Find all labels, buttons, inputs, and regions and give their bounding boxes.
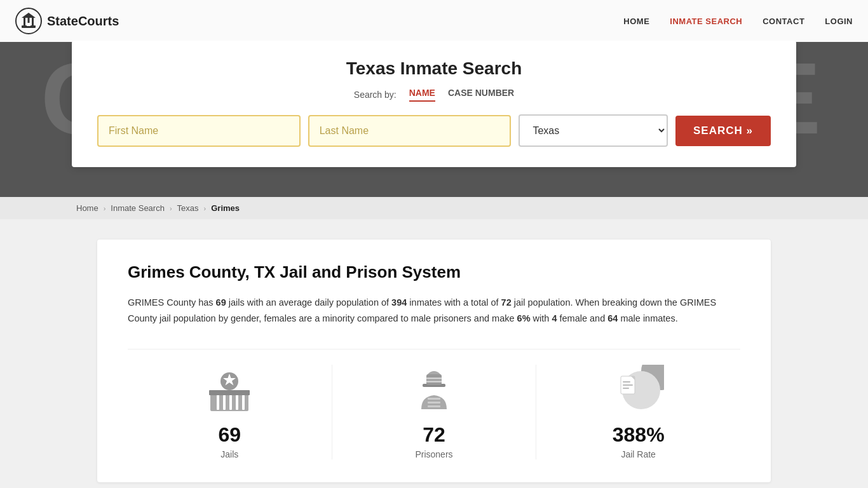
breadcrumb-grimes: Grimes bbox=[211, 203, 240, 213]
search-card: Texas Inmate Search Search by: NAME CASE… bbox=[72, 41, 796, 167]
svg-rect-10 bbox=[229, 395, 232, 410]
svg-rect-11 bbox=[236, 395, 238, 410]
nav-home[interactable]: HOME bbox=[623, 17, 649, 26]
stat-prisoners: 72 Prisoners bbox=[332, 365, 537, 459]
nav-links: HOME INMATE SEARCH CONTACT LOGIN bbox=[623, 17, 853, 26]
prisoners-label: Prisoners bbox=[415, 449, 452, 459]
svg-rect-23 bbox=[428, 405, 440, 407]
breadcrumb: Home › Inmate Search › Texas › Grimes bbox=[0, 197, 868, 219]
search-by-label: Search by: bbox=[354, 90, 397, 100]
svg-rect-27 bbox=[623, 381, 630, 383]
svg-rect-4 bbox=[32, 18, 34, 26]
tab-case-number[interactable]: CASE NUMBER bbox=[448, 88, 514, 102]
jails-number: 69 bbox=[219, 423, 241, 447]
svg-rect-13 bbox=[209, 390, 250, 395]
breadcrumb-home[interactable]: Home bbox=[76, 203, 98, 213]
nav-login[interactable]: LOGIN bbox=[825, 17, 853, 26]
content-card: Grimes County, TX Jail and Prison System… bbox=[97, 240, 771, 482]
svg-rect-12 bbox=[242, 395, 245, 410]
svg-rect-29 bbox=[623, 388, 629, 389]
jails-label: Jails bbox=[220, 449, 238, 459]
breadcrumb-inmate-search[interactable]: Inmate Search bbox=[111, 203, 165, 213]
site-name: StateCourts bbox=[47, 14, 119, 29]
logo-icon bbox=[15, 8, 42, 34]
nav-inmate-search[interactable]: INMATE SEARCH bbox=[670, 17, 742, 26]
first-name-input[interactable] bbox=[97, 115, 301, 147]
svg-rect-18 bbox=[426, 374, 442, 385]
svg-rect-21 bbox=[428, 398, 440, 400]
hero-section: COURTHOUSE StateCourts HOME INMATE SEARC… bbox=[0, 0, 868, 197]
stat-jails: 69 Jails bbox=[128, 365, 332, 459]
prisoner-icon bbox=[409, 365, 459, 416]
svg-rect-22 bbox=[428, 402, 440, 403]
content-title: Grimes County, TX Jail and Prison System bbox=[128, 262, 740, 282]
state-select[interactable]: AlabamaAlaskaArizonaArkansasCaliforniaCo… bbox=[519, 114, 668, 147]
chart-icon bbox=[613, 365, 664, 416]
top-nav: StateCourts HOME INMATE SEARCH CONTACT L… bbox=[0, 0, 868, 42]
content-description: GRIMES County has 69 jails with an avera… bbox=[128, 295, 740, 326]
search-by-row: Search by: NAME CASE NUMBER bbox=[97, 88, 771, 102]
prisoners-number: 72 bbox=[423, 423, 445, 447]
main-content: Grimes County, TX Jail and Prison System… bbox=[72, 219, 796, 488]
svg-marker-5 bbox=[22, 13, 36, 18]
svg-rect-9 bbox=[223, 395, 226, 410]
stats-row: 69 Jails bbox=[128, 349, 740, 459]
svg-rect-2 bbox=[24, 18, 25, 26]
jail-rate-label: Jail Rate bbox=[621, 449, 655, 459]
stat-jail-rate: 388% Jail Rate bbox=[536, 365, 740, 459]
svg-rect-19 bbox=[426, 377, 442, 379]
sep-3: › bbox=[204, 205, 207, 212]
svg-rect-8 bbox=[217, 395, 219, 410]
svg-rect-20 bbox=[426, 381, 442, 383]
logo-area: StateCourts bbox=[15, 8, 623, 34]
search-button[interactable]: SEARCH » bbox=[675, 116, 771, 146]
jail-rate-number: 388% bbox=[613, 423, 665, 447]
nav-contact[interactable]: CONTACT bbox=[763, 17, 804, 26]
svg-rect-6 bbox=[27, 23, 31, 26]
sep-1: › bbox=[104, 205, 106, 212]
sep-2: › bbox=[170, 205, 172, 212]
breadcrumb-texas[interactable]: Texas bbox=[177, 203, 199, 213]
jail-icon bbox=[204, 365, 255, 416]
search-fields-row: AlabamaAlaskaArizonaArkansasCaliforniaCo… bbox=[97, 114, 771, 147]
search-card-title: Texas Inmate Search bbox=[97, 58, 771, 79]
tab-name[interactable]: NAME bbox=[409, 88, 435, 102]
last-name-input[interactable] bbox=[308, 115, 512, 147]
svg-rect-28 bbox=[623, 384, 633, 386]
